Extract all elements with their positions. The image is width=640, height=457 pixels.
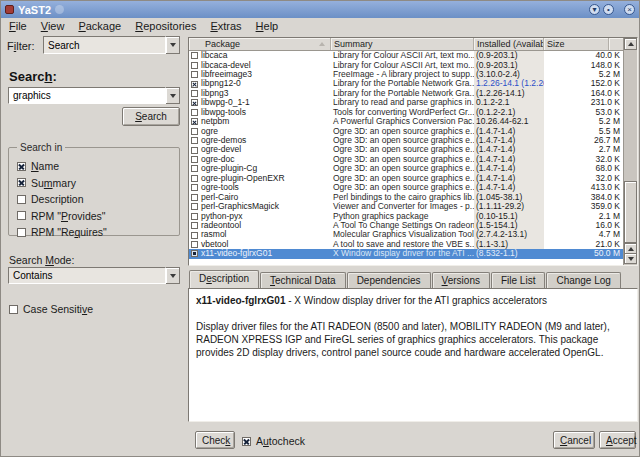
- package-checkbox[interactable]: [191, 109, 198, 116]
- checkbox[interactable]: [17, 211, 26, 220]
- tab[interactable]: Dependencies: [347, 272, 431, 289]
- menu-item[interactable]: Extras: [210, 20, 241, 32]
- search-in-option[interactable]: RPM "Provides": [17, 210, 173, 222]
- menu-item[interactable]: Package: [78, 20, 121, 32]
- table-body: libcaca Library for Colour ASCII Art, te…: [189, 51, 637, 265]
- filter-dropdown-button[interactable]: [166, 36, 180, 54]
- search-history-dropdown-button[interactable]: [166, 87, 180, 104]
- column-header-size[interactable]: Size: [544, 38, 609, 50]
- table-row[interactable]: ogre-devel Ogre 3D: an open source graph…: [189, 145, 637, 154]
- package-checkbox[interactable]: [191, 156, 198, 163]
- package-checkbox[interactable]: [191, 147, 198, 154]
- table-row[interactable]: libpng3 Library for the Portable Network…: [189, 89, 637, 98]
- minimize-button[interactable]: ▾: [589, 4, 600, 15]
- package-checkbox[interactable]: [191, 165, 198, 172]
- search-input-combo[interactable]: graphics: [8, 87, 180, 104]
- menu-item[interactable]: Repositories: [135, 20, 196, 32]
- detail-tabs: Description Technical Data Dependencies …: [189, 270, 622, 289]
- search-in-option[interactable]: Description: [17, 193, 173, 205]
- package-checkbox[interactable]: [191, 71, 198, 78]
- cancel-button[interactable]: Cancel: [553, 431, 595, 449]
- search-in-option[interactable]: RPM "Requires": [17, 226, 173, 238]
- search-in-option[interactable]: Name: [17, 160, 173, 172]
- table-row[interactable]: libfreeimage3 FreeImage - A library proj…: [189, 70, 637, 79]
- tab[interactable]: File List: [491, 272, 545, 289]
- package-checkbox[interactable]: [191, 137, 198, 144]
- table-row[interactable]: libcaca Library for Colour ASCII Art, te…: [189, 51, 637, 60]
- package-checkbox[interactable]: [191, 52, 198, 59]
- scrollbar-thumb[interactable]: [624, 181, 637, 243]
- package-checkbox[interactable]: [191, 213, 198, 220]
- package-installed: (1.4.7-1.4): [474, 164, 544, 173]
- table-row[interactable]: python-pyx Python graphics package (0.10…: [189, 211, 637, 220]
- case-sensitive-option[interactable]: Case Sensitive: [9, 303, 93, 315]
- autocheck-checkbox[interactable]: [242, 437, 251, 446]
- column-header-package[interactable]: Package: [189, 38, 331, 50]
- search-in-group: Search in Name Summary Description: [8, 142, 180, 236]
- package-checkbox[interactable]: [191, 99, 198, 106]
- checkbox[interactable]: [17, 178, 26, 187]
- table-row[interactable]: netpbm A Powerful Graphics Conversion Pa…: [189, 117, 637, 126]
- table-row[interactable]: ogre-demos Ogre 3D: an open source graph…: [189, 136, 637, 145]
- titlebar[interactable]: YaST2 ▾ • ×: [1, 1, 639, 18]
- search-mode-label: Search Mode:: [9, 254, 74, 266]
- table-row[interactable]: x11-video-fglrxG01 X Window display driv…: [189, 249, 637, 258]
- table-row[interactable]: libwpg-0_1-1 Library to read and parse g…: [189, 98, 637, 107]
- package-checkbox[interactable]: [191, 184, 198, 191]
- package-checkbox[interactable]: [191, 118, 198, 125]
- menu-item[interactable]: File: [9, 20, 27, 32]
- tab[interactable]: Technical Data: [260, 272, 346, 289]
- search-button[interactable]: Search: [122, 107, 180, 126]
- filter-combobox[interactable]: Search: [43, 36, 180, 54]
- column-header-installed[interactable]: Installed (Available): [474, 38, 544, 50]
- package-checkbox[interactable]: [191, 241, 198, 248]
- search-mode-combobox[interactable]: Contains: [8, 267, 180, 284]
- table-row[interactable]: vbetool A tool to save and restore the V…: [189, 240, 637, 249]
- table-row[interactable]: radeontool A Tool To Change Settings On …: [189, 221, 637, 230]
- column-header-summary[interactable]: Summary: [331, 38, 474, 50]
- close-button[interactable]: ×: [624, 4, 635, 15]
- table-row[interactable]: libpng12-0 Library for the Portable Netw…: [189, 79, 637, 88]
- search-in-option[interactable]: Summary: [17, 177, 173, 189]
- package-checkbox[interactable]: [191, 194, 198, 201]
- tab[interactable]: Description: [189, 270, 259, 289]
- table-row[interactable]: perl-GraphicsMagick Viewer and Converter…: [189, 202, 637, 211]
- tab[interactable]: Versions: [432, 272, 490, 289]
- package-checkbox[interactable]: [191, 250, 198, 257]
- table-row[interactable]: ogre-plugin-OpenEXR Ogre 3D: an open sou…: [189, 174, 637, 183]
- table-row[interactable]: rasmol Molecular Graphics Visualization …: [189, 230, 637, 239]
- table-row[interactable]: ogre Ogre 3D: an open source graphics e.…: [189, 127, 637, 136]
- accept-button[interactable]: Accept: [599, 431, 636, 449]
- tab[interactable]: Change Log: [546, 272, 621, 289]
- table-row[interactable]: ogre-plugin-Cg Ogre 3D: an open source g…: [189, 164, 637, 173]
- scroll-up-button[interactable]: [624, 38, 637, 50]
- table-row[interactable]: libcaca-devel Library for Colour ASCII A…: [189, 60, 637, 69]
- table-row[interactable]: ogre-tools Ogre 3D: an open source graph…: [189, 183, 637, 192]
- search-input[interactable]: graphics: [8, 87, 166, 104]
- table-row[interactable]: ogre-doc Ogre 3D: an open source graphic…: [189, 155, 637, 164]
- package-checkbox[interactable]: [191, 203, 198, 210]
- package-checkbox[interactable]: [191, 90, 198, 97]
- package-checkbox[interactable]: [191, 222, 198, 229]
- case-sensitive-checkbox[interactable]: [9, 305, 18, 314]
- package-checkbox[interactable]: [191, 81, 198, 88]
- checkbox[interactable]: [17, 228, 26, 237]
- package-checkbox[interactable]: [191, 232, 198, 239]
- menu-item[interactable]: View: [41, 20, 65, 32]
- package-checkbox[interactable]: [191, 62, 198, 69]
- vertical-scrollbar[interactable]: [623, 38, 637, 265]
- package-checkbox[interactable]: [191, 128, 198, 135]
- package-checkbox[interactable]: [191, 175, 198, 182]
- check-button[interactable]: Check: [195, 431, 235, 449]
- checkbox[interactable]: [17, 162, 26, 171]
- table-row[interactable]: perl-Cairo Perl bindings to the cairo gr…: [189, 193, 637, 202]
- menu-item[interactable]: Help: [256, 20, 279, 32]
- table-row[interactable]: libwpg-tools Tools for converting WordPe…: [189, 108, 637, 117]
- package-size: 4.7 M: [544, 230, 623, 239]
- maximize-button[interactable]: •: [603, 4, 614, 15]
- scroll-down-button[interactable]: [624, 253, 637, 264]
- search-mode-dropdown-button[interactable]: [166, 267, 180, 284]
- package-installed: (1.4.7-1.4): [474, 145, 544, 154]
- checkbox[interactable]: [17, 195, 26, 204]
- autocheck-option[interactable]: Autocheck: [242, 435, 305, 447]
